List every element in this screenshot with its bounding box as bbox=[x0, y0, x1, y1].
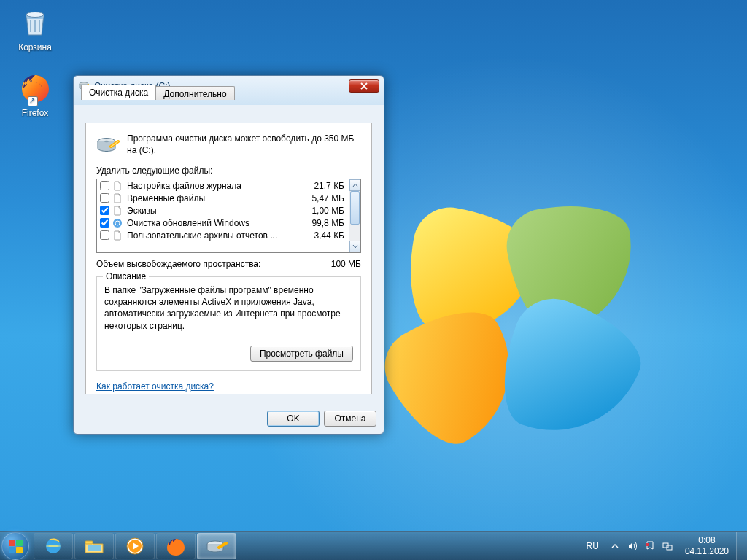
file-list-row[interactable]: Пользовательские архивы отчетов ...3,44 … bbox=[97, 229, 349, 241]
ok-button[interactable]: OK bbox=[267, 411, 320, 427]
svg-point-5 bbox=[113, 219, 122, 228]
tab-disk-cleanup[interactable]: Очистка диска bbox=[81, 85, 156, 100]
scroll-up-button[interactable] bbox=[349, 179, 360, 191]
disk-cleanup-large-icon bbox=[96, 133, 120, 157]
description-legend: Описание bbox=[103, 271, 149, 281]
desktop-icon-label: Firefox bbox=[7, 108, 63, 118]
network-icon[interactable] bbox=[662, 540, 673, 552]
file-size: 1,00 МБ bbox=[305, 206, 349, 216]
desktop-icon-label: Корзина bbox=[7, 42, 63, 52]
file-size: 21,7 КБ bbox=[305, 181, 349, 191]
scrollbar[interactable] bbox=[349, 179, 360, 252]
help-link[interactable]: Как работает очистка диска? bbox=[96, 381, 214, 392]
file-list-row[interactable]: Очистка обновлений Windows99,8 МБ bbox=[97, 217, 349, 229]
taskbar-item-explorer[interactable] bbox=[74, 533, 114, 559]
svg-rect-7 bbox=[85, 541, 93, 544]
file-name: Пользовательские архивы отчетов ... bbox=[125, 230, 302, 241]
chevron-up-icon bbox=[352, 182, 358, 188]
media-player-icon bbox=[124, 537, 146, 556]
language-indicator[interactable]: RU bbox=[581, 541, 605, 551]
file-icon bbox=[112, 193, 123, 203]
firefox-icon bbox=[165, 537, 187, 556]
ie-icon bbox=[42, 537, 64, 556]
taskbar-item-ie[interactable] bbox=[34, 533, 73, 559]
show-desktop-button[interactable] bbox=[736, 532, 747, 561]
scrollbar-thumb[interactable] bbox=[350, 191, 360, 225]
taskbar: RU 0:08 04.11.2020 bbox=[0, 531, 747, 560]
tab-more-options[interactable]: Дополнительно bbox=[155, 86, 234, 100]
action-center-icon[interactable] bbox=[644, 540, 656, 552]
intro-text: Программа очистки диска может освободить… bbox=[127, 133, 361, 157]
cancel-button[interactable]: Отмена bbox=[324, 411, 376, 427]
scrollbar-track[interactable] bbox=[349, 191, 360, 241]
file-list-row[interactable]: Временные файлы5,47 МБ bbox=[97, 192, 349, 204]
description-text: В папке "Загруженные файлы программ" вре… bbox=[104, 284, 353, 337]
clock-time: 0:08 bbox=[685, 535, 729, 545]
volume-icon[interactable] bbox=[627, 540, 638, 552]
file-checkbox[interactable] bbox=[100, 181, 109, 190]
desktop-icon-firefox[interactable]: Firefox bbox=[7, 70, 63, 118]
file-size: 99,8 МБ bbox=[305, 218, 349, 228]
svg-rect-13 bbox=[646, 543, 649, 546]
description-groupbox: Описание В папке "Загруженные файлы прог… bbox=[96, 276, 361, 371]
taskbar-item-firefox[interactable] bbox=[156, 533, 196, 559]
taskbar-item-media-player[interactable] bbox=[115, 533, 155, 559]
clock[interactable]: 0:08 04.11.2020 bbox=[678, 535, 736, 556]
file-icon bbox=[112, 181, 123, 191]
file-checkbox[interactable] bbox=[100, 218, 109, 228]
wallpaper-logo bbox=[365, 182, 671, 459]
windows-logo-icon bbox=[9, 540, 23, 554]
system-tray: RU 0:08 04.11.2020 bbox=[581, 532, 747, 560]
chevron-down-icon bbox=[352, 244, 358, 249]
svg-point-0 bbox=[26, 12, 44, 18]
file-list-row[interactable]: Настройка файлов журнала21,7 КБ bbox=[97, 179, 349, 192]
scroll-down-button[interactable] bbox=[349, 241, 360, 252]
clock-date: 04.11.2020 bbox=[685, 546, 729, 556]
file-checkbox[interactable] bbox=[100, 193, 109, 203]
file-name: Эскизы bbox=[125, 206, 302, 216]
file-size: 3,44 КБ bbox=[305, 230, 349, 241]
freed-space-value: 100 МБ bbox=[331, 259, 361, 269]
disk-cleanup-icon bbox=[206, 537, 228, 556]
file-name: Очистка обновлений Windows bbox=[125, 218, 302, 228]
disk-cleanup-window: Очистка диска (C:) Очистка диска Дополни… bbox=[73, 75, 384, 435]
close-button[interactable] bbox=[349, 79, 379, 93]
view-files-button[interactable]: Просмотреть файлы bbox=[250, 346, 353, 362]
firefox-icon bbox=[18, 70, 53, 105]
file-list-row[interactable]: Эскизы1,00 МБ bbox=[97, 204, 349, 217]
file-icon bbox=[112, 206, 123, 216]
windows-update-icon bbox=[112, 218, 123, 228]
desktop-icon-recycle-bin[interactable]: Корзина bbox=[7, 4, 63, 52]
file-list: Настройка файлов журнала21,7 КБВременные… bbox=[96, 179, 361, 253]
file-icon bbox=[112, 230, 123, 241]
recycle-bin-icon bbox=[18, 4, 53, 39]
delete-files-label: Удалить следующие файлы: bbox=[96, 166, 361, 176]
shortcut-overlay-icon bbox=[28, 96, 38, 106]
taskbar-item-disk-cleanup[interactable] bbox=[197, 533, 236, 559]
freed-space-label: Объем высвобождаемого пространства: bbox=[96, 259, 331, 269]
file-checkbox[interactable] bbox=[100, 206, 109, 215]
file-name: Настройка файлов журнала bbox=[125, 181, 302, 191]
show-hidden-icons-button[interactable] bbox=[609, 540, 621, 552]
svg-point-4 bbox=[104, 141, 109, 142]
start-button[interactable] bbox=[1, 532, 29, 560]
file-name: Временные файлы bbox=[125, 193, 302, 203]
file-size: 5,47 МБ bbox=[305, 193, 349, 203]
close-icon bbox=[360, 82, 368, 90]
svg-rect-8 bbox=[88, 545, 101, 551]
chevron-up-icon bbox=[611, 542, 619, 550]
folder-icon bbox=[83, 537, 105, 556]
file-checkbox[interactable] bbox=[100, 230, 109, 240]
